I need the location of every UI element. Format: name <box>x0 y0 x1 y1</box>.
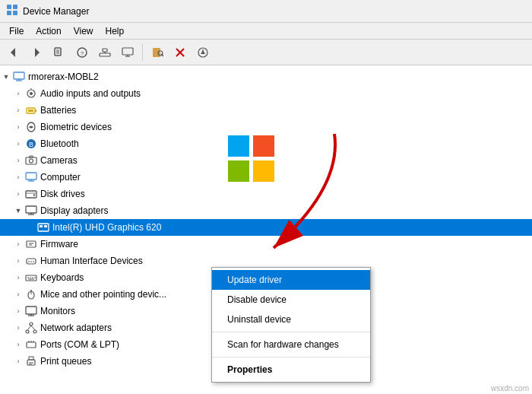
title-bar-text: Device Manager <box>23 6 89 17</box>
tree-label-root: rmorerax-MOBL2 <box>28 71 99 82</box>
svg-point-73 <box>26 330 29 333</box>
watermark: wsxdn.com <box>491 384 529 392</box>
svg-text:?: ? <box>81 50 84 57</box>
tree-expander-display[interactable]: ▼ <box>12 202 24 219</box>
context-menu-item-disable[interactable]: Disable device <box>212 290 370 310</box>
tree-icon-computer <box>24 170 38 184</box>
tree-item-computer[interactable]: ›Computer <box>0 169 532 186</box>
tree-item-display[interactable]: ▼Display adapters <box>0 202 532 219</box>
svg-point-39 <box>30 159 33 163</box>
context-menu-item-uninstall[interactable]: Uninstall device <box>212 310 370 329</box>
tree-label-keyboard: Keyboards <box>40 272 84 283</box>
context-menu-item-update[interactable]: Update driver <box>212 270 370 290</box>
tree-expander-monitors[interactable]: › <box>12 303 24 319</box>
toolbar-back-btn[interactable] <box>3 42 24 63</box>
svg-point-74 <box>33 330 36 333</box>
svg-marker-5 <box>35 48 40 57</box>
tree-label-mice: Mice and other pointing devic... <box>40 289 166 300</box>
menu-view[interactable]: View <box>68 23 100 39</box>
tree-icon-ports <box>24 338 38 351</box>
tree-expander-biometric[interactable]: › <box>12 119 24 135</box>
svg-line-76 <box>31 326 35 330</box>
tree-expander-mice[interactable]: › <box>12 286 24 303</box>
tree-icon-root <box>12 70 26 84</box>
tree-item-audio[interactable]: ›Audio inputs and outputs <box>0 85 532 102</box>
tree-item-root[interactable]: ▼rmorerax-MOBL2 <box>0 68 532 85</box>
tree-icon-biometric <box>24 120 38 134</box>
toolbar-icon4-btn[interactable] <box>117 42 138 63</box>
svg-line-75 <box>27 326 31 330</box>
context-menu-separator <box>212 332 370 332</box>
svg-point-30 <box>30 92 33 95</box>
svg-text:B: B <box>29 141 33 148</box>
toolbar-icon1-btn[interactable] <box>49 42 70 63</box>
svg-rect-44 <box>26 191 36 198</box>
tree-label-monitors: Monitors <box>40 306 75 316</box>
tree-expander-disk[interactable]: › <box>12 186 24 202</box>
menu-action[interactable]: Action <box>30 23 67 39</box>
tree-icon-network <box>24 321 38 335</box>
tree-label-hid: Human Interface Devices <box>40 256 143 266</box>
svg-rect-51 <box>40 225 43 227</box>
tree-expander-batteries[interactable]: › <box>12 102 24 119</box>
tree-expander-audio[interactable]: › <box>12 85 24 102</box>
toolbar-download-btn[interactable] <box>192 42 214 63</box>
svg-point-46 <box>33 194 35 195</box>
tree-icon-disk <box>24 187 38 201</box>
toolbar-forward-btn[interactable] <box>26 42 47 63</box>
tree-icon-keyboard <box>24 271 38 284</box>
tree-item-firmware[interactable]: ›Firmware <box>0 236 532 253</box>
svg-marker-4 <box>11 48 15 57</box>
tree-item-disk[interactable]: ›Disk drives <box>0 186 532 202</box>
context-menu-item-properties[interactable]: Properties <box>212 360 370 380</box>
menu-bar: File Action View Help <box>0 23 532 40</box>
tree-expander-bluetooth[interactable]: › <box>12 135 24 152</box>
svg-rect-52 <box>44 225 47 227</box>
tree-label-biometric: Biometric devices <box>40 122 112 132</box>
tree-expander-print[interactable]: › <box>12 353 24 370</box>
tree-expander-network[interactable]: › <box>12 319 24 336</box>
svg-point-72 <box>30 323 33 326</box>
context-menu: Update driverDisable deviceUninstall dev… <box>211 267 371 383</box>
context-menu-item-scan[interactable]: Scan for hardware changes <box>212 335 370 354</box>
svg-rect-47 <box>26 206 36 213</box>
tree-expander-cameras[interactable]: › <box>12 152 24 169</box>
toolbar-delete-btn[interactable] <box>169 42 191 63</box>
tree-expander-firmware[interactable]: › <box>12 236 24 253</box>
menu-file[interactable]: File <box>3 23 30 39</box>
tree-expander-computer[interactable]: › <box>12 169 24 186</box>
tree-item-gpu[interactable]: Intel(R) UHD Graphics 620 <box>0 219 532 236</box>
tree-label-cameras: Cameras <box>40 155 78 166</box>
svg-rect-33 <box>35 110 36 112</box>
tree-icon-display <box>24 204 38 218</box>
tree-icon-audio <box>24 87 38 100</box>
tree-item-cameras[interactable]: ›Cameras <box>0 152 532 169</box>
tree-expander-hid[interactable]: › <box>12 253 24 269</box>
svg-rect-69 <box>26 307 36 314</box>
context-menu-separator <box>212 357 370 357</box>
tree-expander-ports[interactable]: › <box>12 336 24 353</box>
tree-label-audio: Audio inputs and outputs <box>40 88 141 99</box>
svg-rect-82 <box>29 357 33 360</box>
menu-help[interactable]: Help <box>100 23 131 39</box>
tree-item-bluetooth[interactable]: ›BBluetooth <box>0 135 532 152</box>
tree-expander-root[interactable]: ▼ <box>0 68 12 85</box>
tree-icon-batteries <box>24 103 38 117</box>
tree-label-ports: Ports (COM & LPT) <box>40 339 119 350</box>
toolbar-icon3-btn[interactable] <box>94 42 116 63</box>
toolbar-scan-btn[interactable] <box>147 42 168 63</box>
tree-item-batteries[interactable]: ›Batteries <box>0 102 532 119</box>
tree-icon-print <box>24 354 38 368</box>
svg-rect-3 <box>13 11 17 15</box>
svg-rect-26 <box>14 72 24 79</box>
tree-icon-monitors <box>24 304 38 318</box>
svg-rect-34 <box>28 110 33 112</box>
tree-label-print: Print queues <box>40 356 91 367</box>
toolbar-icon2-btn[interactable]: ? <box>71 42 93 63</box>
tree-label-disk: Disk drives <box>40 189 85 199</box>
svg-rect-77 <box>27 342 36 348</box>
tree-item-biometric[interactable]: ›Biometric devices <box>0 119 532 135</box>
tree-expander-keyboard[interactable]: › <box>12 269 24 286</box>
tree-label-firmware: Firmware <box>40 239 78 249</box>
title-bar: Device Manager <box>0 0 532 23</box>
